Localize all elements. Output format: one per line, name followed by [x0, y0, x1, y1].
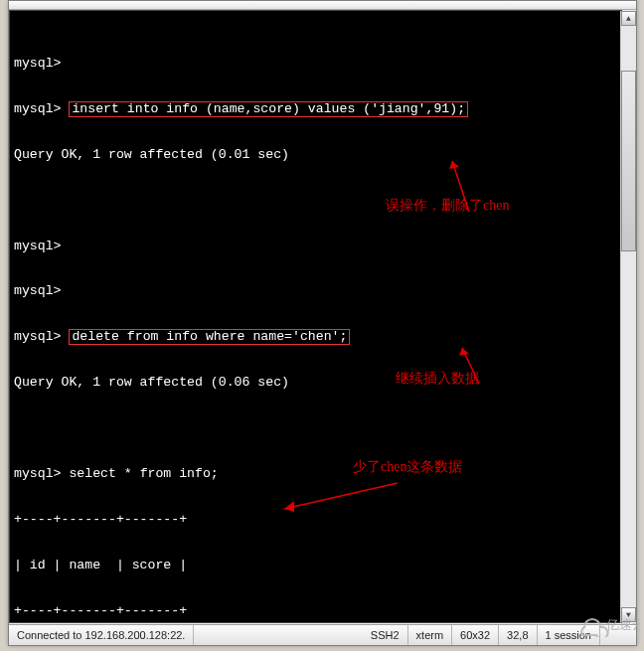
vertical-scrollbar[interactable]: ▲ ▼	[620, 11, 636, 622]
cmd-insert-jiang-line: mysql> insert into info (name,score) val…	[10, 101, 621, 117]
prompt-line: mysql>	[10, 239, 621, 254]
svg-marker-3	[459, 348, 469, 356]
svg-line-4	[284, 483, 398, 509]
terminal[interactable]: mysql> mysql> insert into info (name,sco…	[9, 10, 622, 623]
scroll-thumb[interactable]	[621, 71, 636, 251]
svg-marker-5	[284, 501, 294, 512]
status-cursor-pos: 32,8	[499, 625, 537, 645]
status-bar: Connected to 192.168.200.128:22. SSH2 xt…	[9, 624, 636, 645]
cmd-insert-jiang: insert into info (name,score) values ('j…	[69, 101, 468, 117]
status-terminal-type: xterm	[408, 625, 453, 645]
table-sep: +----+-------+-------+	[10, 603, 621, 619]
cmd-select1-line: mysql> select * from info;	[10, 466, 621, 482]
chevron-down-icon: ▼	[626, 610, 631, 619]
table-hdr: | id | name | score |	[10, 558, 621, 573]
prompt: mysql>	[14, 283, 61, 298]
prompt: mysql>	[14, 239, 61, 253]
prompt-line: mysql>	[10, 283, 621, 299]
scroll-up-button[interactable]: ▲	[621, 11, 636, 26]
cmd-delete-chen-line: mysql> delete from info where name='chen…	[10, 329, 621, 345]
prompt: mysql>	[14, 329, 61, 344]
status-connection: Connected to 192.168.200.128:22.	[9, 625, 194, 645]
status-sessions: 1 session	[538, 625, 600, 645]
cmd-delete-chen: delete from info where name='chen';	[69, 329, 350, 345]
scroll-down-button[interactable]: ▼	[621, 607, 636, 622]
resp-insert-jiang: Query OK, 1 row affected (0.01 sec)	[10, 147, 621, 163]
svg-marker-1	[449, 161, 459, 169]
terminal-window: mysql> mysql> insert into info (name,sco…	[8, 0, 637, 646]
blank	[10, 420, 621, 436]
scroll-track[interactable]	[621, 26, 636, 607]
prompt: mysql>	[14, 101, 61, 116]
prompt-line: mysql>	[10, 56, 621, 72]
cmd-select1: select * from info;	[69, 466, 218, 481]
status-size: 60x32	[452, 625, 499, 645]
prompt: mysql>	[14, 56, 61, 71]
tab-strip	[9, 1, 636, 10]
status-protocol: SSH2	[363, 625, 408, 645]
prompt: mysql>	[14, 466, 61, 481]
chevron-up-icon: ▲	[626, 14, 631, 23]
resp-delete-chen: Query OK, 1 row affected (0.06 sec)	[10, 375, 621, 391]
table-sep: +----+-------+-------+	[10, 512, 621, 528]
status-caps-icon	[600, 625, 636, 645]
blank	[10, 193, 621, 209]
